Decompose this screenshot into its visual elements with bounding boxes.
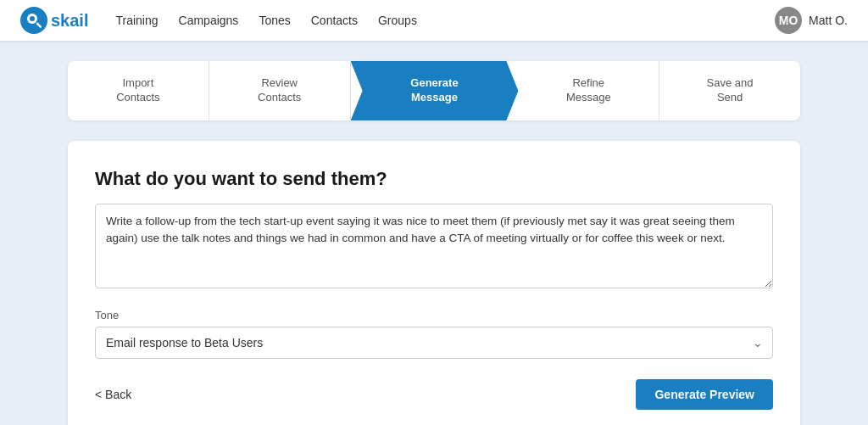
- step-import[interactable]: ImportContacts: [68, 61, 209, 120]
- logo[interactable]: skail: [20, 7, 88, 34]
- nav-campaigns[interactable]: Campaigns: [179, 14, 239, 27]
- nav-training[interactable]: Training: [115, 14, 158, 27]
- navbar: skail Training Campaigns Tones Contacts …: [0, 0, 868, 41]
- step-refine[interactable]: RefineMessage: [518, 61, 659, 120]
- tone-label: Tone: [95, 309, 773, 322]
- main-content: ImportContacts ReviewContacts GenerateMe…: [0, 41, 868, 425]
- nav-tones[interactable]: Tones: [259, 14, 290, 27]
- logo-text: skail: [51, 11, 88, 31]
- username: Matt O.: [809, 14, 848, 27]
- step-refine-label: RefineMessage: [566, 76, 611, 105]
- step-review-label: ReviewContacts: [258, 76, 301, 105]
- svg-point-2: [30, 16, 35, 21]
- user-menu[interactable]: MO Matt O.: [775, 7, 848, 34]
- form-actions: < Back Generate Preview: [95, 379, 773, 410]
- stepper: ImportContacts ReviewContacts GenerateMe…: [68, 61, 800, 120]
- step-send-label: Save andSend: [707, 76, 754, 105]
- step-generate[interactable]: GenerateMessage: [351, 61, 519, 120]
- form-title: What do you want to send them?: [95, 168, 773, 190]
- step-send[interactable]: Save andSend: [659, 61, 800, 120]
- avatar: MO: [775, 7, 802, 34]
- message-textarea[interactable]: Write a follow-up from the tech start-up…: [95, 204, 773, 288]
- form-card: What do you want to send them? Write a f…: [68, 141, 800, 425]
- stepper-card: ImportContacts ReviewContacts GenerateMe…: [68, 61, 800, 120]
- step-import-label: ImportContacts: [116, 76, 159, 105]
- step-review[interactable]: ReviewContacts: [209, 61, 351, 120]
- tone-select[interactable]: Email response to Beta Users Professiona…: [95, 327, 773, 359]
- back-button[interactable]: < Back: [95, 388, 131, 401]
- generate-preview-button[interactable]: Generate Preview: [636, 379, 773, 410]
- nav-contacts[interactable]: Contacts: [311, 14, 358, 27]
- tone-select-wrapper: Email response to Beta Users Professiona…: [95, 327, 773, 359]
- step-generate-label: GenerateMessage: [410, 76, 458, 105]
- nav-groups[interactable]: Groups: [378, 14, 417, 27]
- nav-links: Training Campaigns Tones Contacts Groups: [115, 14, 775, 27]
